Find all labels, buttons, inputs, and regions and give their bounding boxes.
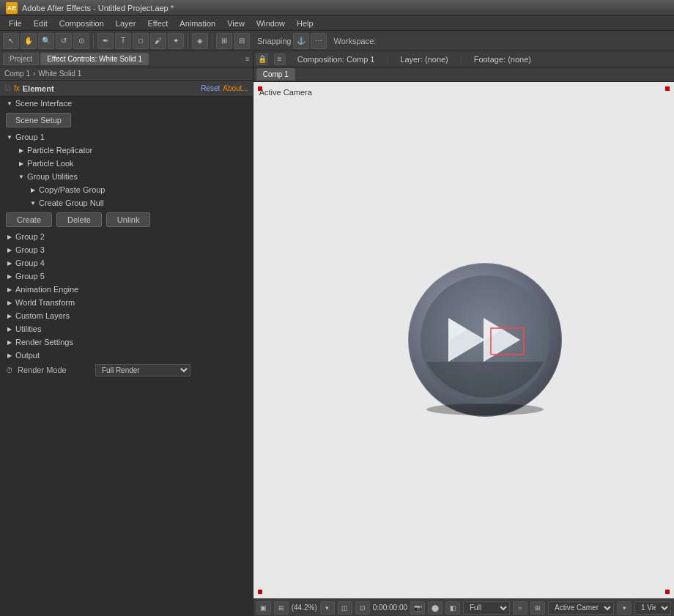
animation-engine-item[interactable]: ▶ Animation Engine [0, 283, 253, 296]
workspace-menu[interactable]: ⋯ [311, 33, 327, 49]
utilities-item[interactable]: ▶ Utilities [0, 322, 253, 335]
left-panel: Project Effect Controls: White Solid 1 ≡… [0, 51, 253, 616]
comp-tab-row: Comp 1 [253, 67, 674, 82]
stamp-tool[interactable]: ✦ [168, 33, 184, 49]
menu-layer[interactable]: Layer [110, 18, 142, 29]
toolbar-sep-3 [212, 34, 212, 48]
brush-tool[interactable]: 🖌 [150, 33, 166, 49]
comp-panel-sep2: | [460, 55, 462, 64]
panel-menu-btn[interactable]: ≡ [245, 55, 250, 63]
play-button-graphic [404, 259, 566, 422]
zoom-dropdown-btn[interactable]: ▾ [320, 601, 335, 615]
workspace-btn2[interactable]: ⊟ [234, 33, 250, 49]
camera-orbit[interactable]: ⊙ [73, 33, 89, 49]
transparency-btn[interactable]: ◧ [445, 601, 460, 615]
render-mode-dropdown[interactable]: Full Render Draft [95, 364, 190, 376]
active-camera-label: Active Camera [259, 88, 312, 97]
scene-interface-label: Scene Interface [15, 99, 72, 108]
copy-paste-group-item[interactable]: ▶ Copy/Paste Group [0, 183, 253, 196]
comp-lock-btn[interactable]: 🔒 [256, 53, 268, 65]
scene-interface-item[interactable]: ▼ Scene Interface [0, 97, 253, 110]
comp-toolbar-grid-btn[interactable]: ⊞ [274, 601, 289, 615]
shape-tool[interactable]: □ [133, 33, 149, 49]
corner-marker-br [665, 590, 670, 594]
tab-effect-controls[interactable]: Effect Controls: White Solid 1 [40, 53, 149, 65]
menu-view[interactable]: View [221, 18, 251, 29]
menu-composition[interactable]: Composition [53, 18, 110, 29]
group-utilities-arrow: ▼ [18, 173, 25, 180]
render-settings-item[interactable]: ▶ Render Settings [0, 335, 253, 349]
particle-replicator-label: Particle Replicator [27, 146, 92, 155]
menu-window[interactable]: Window [251, 18, 291, 29]
toolbar-sep-1 [93, 34, 94, 48]
comp-toolbar-btn3[interactable]: ◫ [338, 601, 352, 615]
world-transform-item[interactable]: ▶ World Transform [0, 296, 253, 309]
comp-toolbar-preview-btn[interactable]: ▣ [256, 601, 271, 615]
menu-effect[interactable]: Effect [141, 18, 174, 29]
comp-menu-btn[interactable]: ≡ [274, 53, 286, 65]
view-dropdown[interactable]: 1 Vie... [634, 601, 671, 615]
zoom-tool[interactable]: 🔍 [38, 33, 54, 49]
group3-item[interactable]: ▶ Group 3 [0, 243, 253, 256]
breadcrumb: Comp 1 › White Solid 1 [0, 67, 253, 81]
camera-dropdown-btn[interactable]: ▾ [617, 601, 632, 615]
pen-tool[interactable]: ✒ [97, 33, 114, 49]
menu-file[interactable]: File [3, 18, 28, 29]
hand-tool[interactable]: ✋ [21, 33, 37, 49]
particle-look-arrow: ▶ [18, 160, 25, 167]
effect-checkbox[interactable]: ☑ [4, 84, 11, 92]
text-tool[interactable]: T [115, 33, 131, 49]
custom-layers-item[interactable]: ▶ Custom Layers [0, 309, 253, 322]
reset-button[interactable]: Reset [201, 84, 220, 92]
tab-project[interactable]: Project [3, 53, 39, 65]
fast-preview-btn[interactable]: ≈ [513, 601, 527, 615]
create-group-null-item[interactable]: ▼ Create Group Null [0, 196, 253, 209]
scene-setup-button[interactable]: Scene Setup [6, 113, 71, 127]
copy-paste-label: Copy/Paste Group [39, 185, 105, 194]
menu-help[interactable]: Help [291, 18, 319, 29]
puppet-tool[interactable]: ◈ [192, 33, 208, 49]
particle-look-item[interactable]: ▶ Particle Look [0, 157, 253, 170]
corner-marker-tr [665, 86, 670, 91]
group2-item[interactable]: ▶ Group 2 [0, 230, 253, 243]
create-button[interactable]: Create [6, 212, 52, 227]
footage-panel-label: Footage: (none) [468, 55, 537, 64]
group5-item[interactable]: ▶ Group 5 [0, 270, 253, 283]
output-item[interactable]: ▶ Output [0, 349, 253, 362]
render-mode-row: ⏱ Render Mode Full Render Draft [0, 362, 253, 378]
channels-btn[interactable]: ⬤ [428, 601, 442, 615]
comp-toolbar: ▣ ⊞ (44.2%) ▾ ◫ ⊡ 0:00:00:00 📷 ⬤ ◧ FullH… [253, 598, 674, 616]
copy-paste-arrow: ▶ [29, 186, 37, 193]
comp1-tab[interactable]: Comp 1 [256, 68, 295, 81]
group4-item[interactable]: ▶ Group 4 [0, 256, 253, 270]
group-utilities-item[interactable]: ▼ Group Utilities [0, 170, 253, 183]
quality-dropdown[interactable]: FullHalfQuarter [463, 601, 510, 615]
menu-animation[interactable]: Animation [174, 18, 221, 29]
delete-button[interactable]: Delete [56, 212, 102, 227]
comp-panel-title: Composition: Comp 1 [292, 55, 381, 64]
breadcrumb-sep: › [33, 70, 35, 78]
camera-dropdown[interactable]: Active Camera [548, 601, 614, 615]
effect-header: ☑ fx Element Reset About... [0, 81, 253, 97]
right-panel: 🔒 ≡ Composition: Comp 1 | Layer: (none) … [253, 51, 674, 616]
group1-label: Group 1 [15, 133, 45, 141]
effect-title: Element [23, 84, 54, 93]
group1-item[interactable]: ▼ Group 1 [0, 130, 253, 144]
comp-viewport: Active Camera [253, 82, 674, 598]
unlink-button[interactable]: Unlink [106, 212, 151, 227]
particle-replicator-item[interactable]: ▶ Particle Replicator [0, 144, 253, 157]
workspace-label: Workspace: [334, 37, 377, 45]
rotate-tool[interactable]: ↺ [56, 33, 72, 49]
select-tool[interactable]: ↖ [3, 33, 19, 49]
menu-edit[interactable]: Edit [28, 18, 53, 29]
comp-panel-header: 🔒 ≡ Composition: Comp 1 | Layer: (none) … [253, 51, 674, 67]
zoom-level: (44.2%) [292, 604, 317, 612]
workspace-btn[interactable]: ⊞ [216, 33, 232, 49]
breadcrumb-layer: White Solid 1 [38, 70, 81, 78]
snapping-btn[interactable]: ⚓ [293, 33, 309, 49]
snapshot-btn[interactable]: 📷 [410, 601, 425, 615]
comp-toolbar-btn4[interactable]: ⊡ [355, 601, 370, 615]
comp-tool-btn2[interactable]: ⊞ [530, 601, 545, 615]
action-buttons-row: Create Delete Unlink [0, 209, 253, 230]
about-button[interactable]: About... [223, 84, 248, 92]
